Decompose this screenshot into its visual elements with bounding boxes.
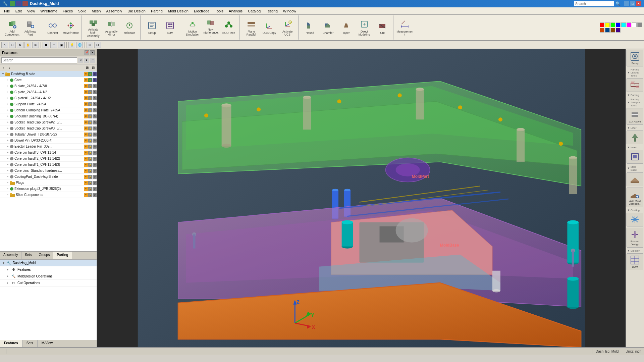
t2-cursor-button[interactable]: ↖ [1, 42, 8, 48]
color-gray[interactable] [637, 22, 642, 27]
color-blue[interactable] [616, 22, 621, 27]
menu-analysis[interactable]: Analysis [226, 8, 245, 14]
activate-ucs-button[interactable]: Activate UCS [279, 16, 296, 39]
menu-testing[interactable]: Testing [263, 8, 280, 14]
relocate-button[interactable]: Relocate [121, 16, 138, 39]
tree-item-bplate[interactable]: + B plate_2435A - 4-7/8 👁🔒⚙ [0, 83, 97, 89]
ucs-copy-button[interactable]: UCS Copy [261, 16, 278, 39]
ftree-cut[interactable]: + ✂ Cut Operations [0, 280, 97, 287]
round-button[interactable]: Round [301, 16, 319, 39]
color-yellow[interactable] [605, 22, 610, 27]
menu-window[interactable]: Window [280, 8, 299, 14]
menu-solid[interactable]: Solid [75, 8, 89, 14]
color-purple[interactable] [616, 28, 621, 33]
direct-modeling-button[interactable]: Direct Modeling [356, 16, 373, 39]
features-close-icon[interactable]: ✕ [90, 50, 95, 55]
tree-item-support[interactable]: + Support Plate_2435A 👁🔒⚙ [0, 101, 97, 107]
tree-expand-button[interactable]: ⊞ [85, 65, 90, 70]
motion-simulation-button[interactable]: Motion Simulation [184, 16, 201, 39]
color-brown[interactable] [610, 28, 615, 33]
add-new-part-button[interactable]: Add New Part [21, 16, 39, 39]
bplate-l[interactable]: 🔒 [88, 84, 92, 88]
tree-item-corepins-std[interactable]: + Core pins- Standard hardness... 👁🔒⚙ [0, 168, 97, 174]
rp-cooling-expand[interactable]: ▼ Cooling [627, 208, 643, 212]
save-icon[interactable] [10, 1, 15, 6]
btab-mview[interactable]: M-View [38, 340, 57, 347]
tree-item-extension[interactable]: + Extension plug#3_JPB-3526(2) 👁🔒⚙ [0, 186, 97, 192]
menu-parting[interactable]: Parting [148, 8, 165, 14]
tree-item-core[interactable]: + Core 👁 🔒 ⚙ [0, 77, 97, 83]
menu-wireframe[interactable]: Wireframe [38, 8, 60, 14]
rp-parting-expand[interactable]: ▼ Parting [627, 93, 643, 97]
t2-light-button[interactable]: 💡 [68, 42, 75, 48]
close-button[interactable]: ✕ [636, 1, 641, 6]
rp-cut-active[interactable]: Cut Active [627, 108, 643, 125]
core-prop-icon[interactable]: ⚙ [93, 78, 97, 82]
menu-electrode[interactable]: Electrode [191, 8, 212, 14]
t2-zoom-button[interactable]: ⊕ [32, 42, 39, 48]
rp-cooling[interactable] [627, 213, 643, 226]
eco-tree-button[interactable]: ECO Tree [220, 16, 237, 39]
tree-item-ejector[interactable]: + Ejector Leader Pin_309... 👁🔒⚙ [0, 144, 97, 150]
bplate-p[interactable]: ⚙ [93, 84, 97, 88]
assembly-mirror-button[interactable]: Assembly Mirror [103, 16, 120, 39]
t2-rotate-button[interactable]: ↻ [17, 42, 23, 48]
mold-3d-view[interactable]: Z Y X MoldPart MoldBase [97, 49, 626, 347]
connect-button[interactable]: Connect [44, 16, 61, 39]
tab-parting[interactable]: Parting [53, 252, 72, 259]
t2-wireframe-button[interactable]: ◻ [50, 42, 57, 48]
menu-die-design[interactable]: Die Design [125, 8, 148, 14]
tree-item-slide[interactable]: + Slide Components 👁🔒⚙ [0, 192, 97, 198]
rp-insert-expand[interactable]: ▼ Insert [627, 146, 643, 149]
t2-edges-button[interactable]: ▣ [58, 42, 65, 48]
tree-item-shoulder[interactable]: + Shoulder Bushing_BU-507(4) 👁🔒⚙ [0, 113, 97, 119]
menu-file[interactable]: File [1, 8, 13, 14]
measurement-button[interactable]: Measurement [396, 16, 414, 39]
icon-prop[interactable]: ⚙ [93, 72, 97, 76]
color-orange[interactable] [600, 28, 604, 33]
tree-item-dowel[interactable]: + Dowel Pin_DP33-2000(4) 👁🔒⚙ [0, 138, 97, 144]
rp-ejection-expand[interactable]: ▼ Ejection [627, 249, 643, 253]
tree-item-bottom-clamp[interactable]: + Bottom Clamping Plate_2435A 👁🔒⚙ [0, 107, 97, 113]
tree-collapse-button[interactable]: ⊟ [91, 65, 96, 70]
color-cyan[interactable] [621, 22, 626, 27]
color-green[interactable] [610, 22, 615, 27]
taper-button[interactable]: Taper [337, 16, 355, 39]
activate-main-assembly-button[interactable]: Activate Main Assembly [85, 16, 102, 39]
menu-mesh[interactable]: Mesh [89, 8, 104, 14]
bplate-eye[interactable]: 👁 [84, 84, 88, 88]
rp-mold-base[interactable] [627, 172, 643, 186]
menu-faces[interactable]: Faces [60, 8, 75, 14]
new-interference-button[interactable]: New Interference... [202, 16, 219, 39]
chamfer-button[interactable]: Chamfer [319, 16, 337, 39]
minimize-button[interactable]: _ [624, 1, 629, 6]
menu-tools[interactable]: Tools [212, 8, 226, 14]
features-pin-icon[interactable]: 📌 [85, 50, 89, 55]
rp-bom[interactable]: BOM [627, 253, 643, 270]
tree-item-cplate2[interactable]: + C plate#1_2435A - 4-1/2 👁🔒⚙ [0, 95, 97, 101]
color-magenta[interactable] [627, 22, 631, 27]
add-component-button[interactable]: AddComponent [3, 16, 21, 39]
rp-parting-layout-expand[interactable]: ▼ Parting Layout Tools [627, 68, 643, 77]
menu-edit[interactable]: Edit [13, 8, 24, 14]
tree-item-cplate1[interactable]: + C plate_2435A - 4-1/2 👁🔒⚙ [0, 89, 97, 95]
rp-setup[interactable]: Setup [627, 50, 643, 66]
bom-button[interactable]: BOM [161, 16, 179, 39]
setup-button[interactable]: Setup [143, 16, 161, 39]
core-eye-icon[interactable]: 👁 [84, 78, 88, 82]
rp-runner[interactable]: Runner Design [627, 228, 643, 248]
rp-parting-layout[interactable] [627, 78, 643, 92]
tree-item-tubular[interactable]: + Tubular Dowel_TD8-2875(2) 👁🔒⚙ [0, 132, 97, 138]
tree-item-corepin1[interactable]: + Core pin hard#1_CPH11-14(3) 👁🔒⚙ [0, 162, 97, 168]
t2-pan-button[interactable]: ✋ [24, 42, 31, 48]
tree-item-corepin2[interactable]: + Core pin hard#2_CPH11-14(2) 👁🔒⚙ [0, 156, 97, 162]
rp-add-mold[interactable]: Add Mold Compon... [627, 188, 643, 207]
color-white[interactable] [632, 22, 637, 27]
btab-sets[interactable]: Sets [22, 340, 38, 347]
plane-parallel-button[interactable]: Plane Parallel [243, 16, 260, 39]
t2-env-button[interactable]: 🌐 [76, 42, 83, 48]
tree-item-screw3[interactable]: + Socket Head Cap Screw#3_5/... 👁🔒⚙ [0, 125, 97, 132]
tree-up-button[interactable]: ↑ [1, 65, 6, 70]
menu-assembly[interactable]: Assembly [103, 8, 125, 14]
t2-grid-button[interactable]: ⊟ [94, 42, 101, 48]
